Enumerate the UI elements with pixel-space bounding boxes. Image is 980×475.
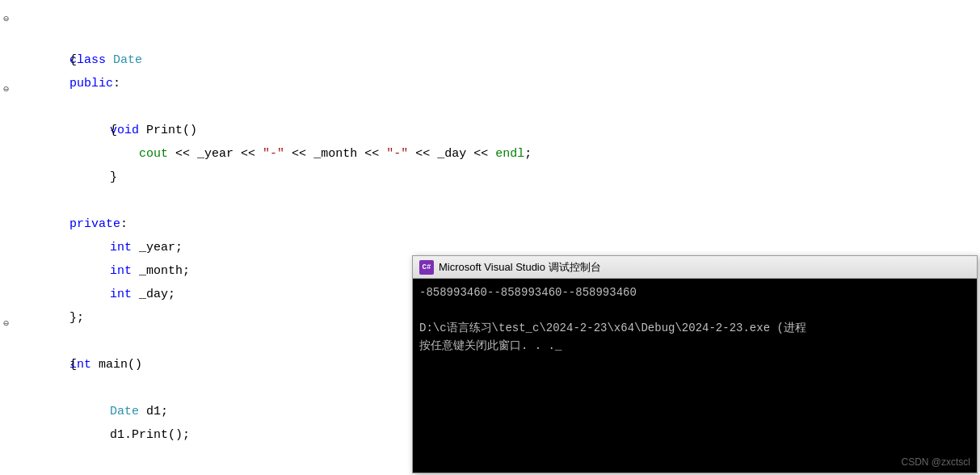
console-line-3: D:\c语言练习\test_c\2024-2-23\x64\Debug\2024…	[419, 319, 970, 337]
console-titlebar: C# Microsoft Visual Studio 调试控制台	[413, 256, 977, 279]
code-line-8	[15, 166, 980, 189]
code-line-10: int _year;	[15, 212, 980, 236]
collapse-4: ⊖	[3, 78, 9, 102]
code-line-2: {	[15, 25, 980, 48]
console-line-1: -858993460--858993460--858993460	[419, 284, 970, 301]
csdn-watermark: CSDN @zxctscl	[901, 456, 970, 468]
console-icon-label: C#	[423, 263, 431, 271]
code-line-4: ⊖ void Print()	[15, 72, 980, 95]
console-window: C# Microsoft Visual Studio 调试控制台 -858993…	[412, 255, 978, 473]
console-line-4: 按任意键关闭此窗口. . ._	[419, 337, 970, 355]
code-line-9: private:	[15, 189, 980, 212]
code-line-6: cout << _year << "-" << _month << "-" <<…	[15, 119, 980, 142]
code-line-3: public:	[15, 48, 980, 72]
collapse-14: ⊖	[3, 313, 9, 336]
console-output: -858993460--858993460--858993460 D:\c语言练…	[419, 284, 970, 355]
console-body: -858993460--858993460--858993460 D:\c语言练…	[413, 279, 977, 473]
code-line-5: {	[15, 95, 980, 119]
console-app-icon: C#	[419, 260, 434, 275]
code-line-7: }	[15, 142, 980, 166]
console-line-2	[419, 301, 970, 319]
code-line-1: ⊖ class Date	[15, 2, 980, 25]
console-title: Microsoft Visual Studio 调试控制台	[439, 260, 970, 275]
collapse-1: ⊖	[3, 8, 9, 32]
